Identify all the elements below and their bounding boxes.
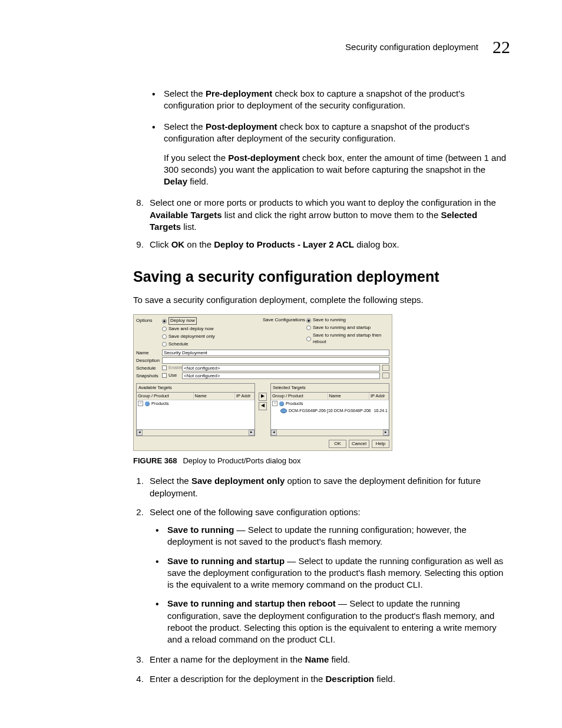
scroll-left-icon[interactable]: ◂ [137, 430, 143, 436]
page-header: Security configuration deployment 22 [52, 35, 510, 60]
list-item: Select one or more ports or products to … [146, 197, 510, 233]
checkbox-use-snapshots[interactable] [162, 373, 167, 378]
description-input[interactable] [162, 357, 389, 364]
figure-caption: FIGURE 368Deploy to Product/Ports dialog… [133, 456, 510, 466]
list-item: Save to running and startup — Select to … [167, 555, 510, 591]
tree-row[interactable]: − Products [137, 400, 254, 407]
deploy-dialog: Options Deploy now Save and deploy now S… [133, 314, 392, 451]
radio-save-running[interactable] [306, 318, 311, 323]
tree-expand-icon[interactable]: − [138, 401, 143, 406]
radio-deploy-now[interactable] [162, 319, 167, 324]
list-item: Select one of the following save configu… [146, 506, 510, 646]
radio-save-deploy-now[interactable] [162, 327, 167, 331]
scroll-right-icon[interactable]: ▸ [383, 430, 389, 436]
tree-row[interactable]: DCM-FGS648P-206 [10 DCM-FGS648P-206 10.2… [271, 407, 389, 414]
section-intro: To save a security configuration deploym… [133, 294, 510, 306]
scroll-left-icon[interactable]: ◂ [271, 430, 277, 436]
cancel-button[interactable]: Cancel [349, 440, 369, 448]
globe-icon [279, 401, 284, 406]
scrollbar[interactable]: ◂ ▸ [137, 429, 254, 436]
selected-targets-panel: Selected Targets Group / Product Name IP… [270, 383, 389, 436]
list-item: Select the Pre-deployment check box to c… [164, 88, 510, 112]
snapshot-config-button[interactable] [382, 373, 389, 378]
scrollbar[interactable]: ◂ ▸ [271, 429, 389, 436]
available-targets-panel: Available Targets Group / Product Name I… [136, 383, 255, 436]
move-left-button[interactable]: ◀ [259, 402, 267, 410]
options-label: Options [136, 317, 162, 324]
list-item: Save to running — Select to update the r… [167, 524, 510, 548]
sub-paragraph: If you select the Post-deployment check … [164, 152, 510, 188]
tree-row[interactable]: − Products [271, 400, 389, 407]
tree-expand-icon[interactable]: − [272, 401, 277, 406]
list-item: Save to running and startup then reboot … [167, 598, 510, 645]
globe-icon [145, 401, 150, 406]
header-page-number: 22 [492, 35, 510, 60]
device-icon [280, 409, 287, 413]
radio-save-only[interactable] [162, 334, 167, 339]
header-title: Security configuration deployment [345, 41, 478, 53]
save-cfg-label: Save Configurations [263, 317, 306, 324]
help-button[interactable]: Help [372, 440, 389, 448]
list-item: Select the Post-deployment check box to … [164, 121, 510, 187]
list-item: Select the Save deployment only option t… [146, 475, 510, 499]
radio-save-running-startup-reboot[interactable] [306, 337, 311, 341]
move-right-button[interactable]: ▶ [259, 393, 267, 401]
radio-schedule[interactable] [162, 342, 167, 347]
schedule-display: <Not configured> [182, 365, 380, 371]
list-item: Enter a name for the deployment in the N… [146, 654, 510, 666]
section-heading: Saving a security configuration deployme… [133, 267, 510, 287]
snapshot-display: <Not configured> [182, 373, 380, 379]
checkbox-enable-schedule[interactable] [162, 365, 167, 370]
schedule-config-button[interactable] [382, 365, 389, 371]
ok-button[interactable]: OK [329, 440, 346, 448]
name-input[interactable]: Security Deployment [162, 350, 389, 356]
list-item: Click OK on the Deploy to Products - Lay… [146, 239, 510, 251]
list-item: Enter a description for the deployment i… [146, 673, 510, 685]
scroll-right-icon[interactable]: ▸ [249, 430, 254, 436]
radio-save-running-startup[interactable] [306, 325, 311, 330]
top-bullet-list: Select the Pre-deployment check box to c… [52, 88, 510, 188]
step-list-final: Select the Save deployment only option t… [52, 475, 510, 685]
step-list-8-9: Select one or more ports or products to … [52, 197, 510, 251]
